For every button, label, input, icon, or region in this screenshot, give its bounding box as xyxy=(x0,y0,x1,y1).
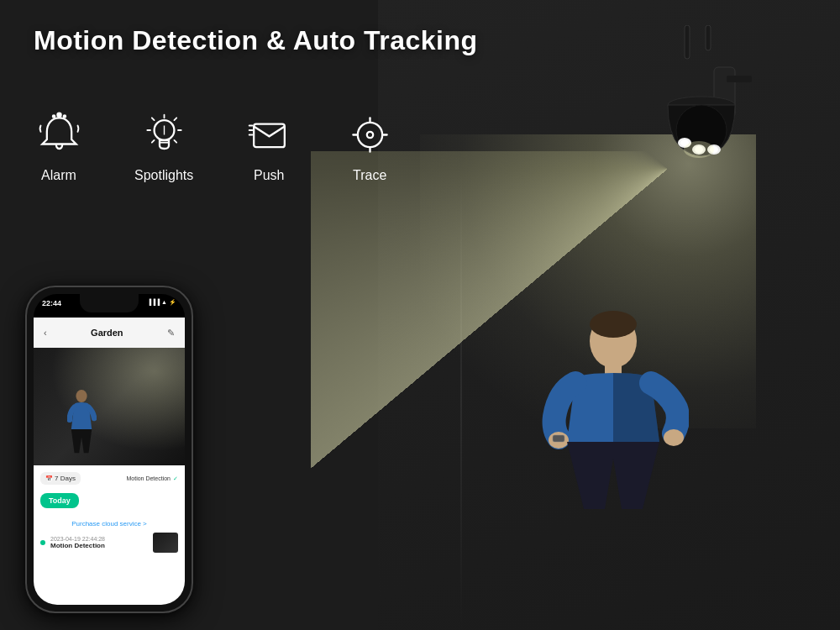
phone-event-thumbnail xyxy=(153,533,178,553)
phone-video-person xyxy=(67,390,97,457)
features-row: Alarm xyxy=(34,109,395,183)
svg-line-6 xyxy=(151,118,154,120)
alarm-label: Alarm xyxy=(41,168,76,183)
phone-event-row: 2023-04-19 22:44:28 Motion Detection xyxy=(40,533,178,553)
phone-screen: 22:44 ▐▐▐ ▲ ⚡ ‹ Garden ✎ xyxy=(34,294,185,605)
svg-point-42 xyxy=(76,390,87,402)
phone-event-dot xyxy=(40,540,45,545)
svg-line-10 xyxy=(151,139,154,142)
phone-edit-button[interactable]: ✎ xyxy=(167,328,175,339)
lightbulb-icon xyxy=(141,112,187,158)
camera-device xyxy=(638,25,773,197)
svg-point-37 xyxy=(590,311,637,338)
svg-point-39 xyxy=(664,429,684,446)
bell-icon xyxy=(36,112,82,158)
svg-point-0 xyxy=(57,113,61,117)
svg-point-35 xyxy=(684,141,714,158)
phone-back-button[interactable]: ‹ xyxy=(44,328,47,338)
svg-rect-41 xyxy=(553,435,564,442)
phone-status-icons: ▐▐▐ ▲ ⚡ xyxy=(147,299,176,306)
phone-detection-label: Motion Detection xyxy=(126,475,171,481)
feature-spotlights: Spotlights xyxy=(134,109,193,183)
svg-point-1 xyxy=(52,115,55,118)
feature-alarm: Alarm xyxy=(34,109,84,183)
svg-rect-23 xyxy=(685,25,690,59)
phone-event-info: 2023-04-19 22:44:28 Motion Detection xyxy=(50,536,148,549)
phone-cloud-link[interactable]: Purchase cloud service > xyxy=(40,520,178,528)
header-section: Motion Detection & Auto Tracking xyxy=(34,25,478,56)
phone-detection-filter: Motion Detection ✓ xyxy=(126,475,178,482)
phone-event-thumb-bg xyxy=(153,533,178,553)
phone-detection-check: ✓ xyxy=(173,475,178,482)
crosshair-icon xyxy=(347,112,393,158)
phone-nav-title: Garden xyxy=(91,328,123,338)
page-title: Motion Detection & Auto Tracking xyxy=(34,25,478,56)
envelope-icon xyxy=(246,112,292,158)
phone-event-label: Motion Detection xyxy=(50,542,148,549)
feature-push: Push xyxy=(244,109,294,183)
svg-rect-24 xyxy=(706,25,711,50)
phone-time: 22:44 xyxy=(42,299,61,307)
phone-mockup: 22:44 ▐▐▐ ▲ ⚡ ‹ Garden ✎ xyxy=(25,286,193,613)
phone-video-light xyxy=(34,348,185,465)
svg-point-18 xyxy=(367,131,373,137)
spotlights-label: Spotlights xyxy=(134,168,193,183)
push-label: Push xyxy=(254,168,284,183)
phone-outer-shell: 22:44 ▐▐▐ ▲ ⚡ ‹ Garden ✎ xyxy=(25,286,193,613)
main-container: Motion Detection & Auto Tracking xyxy=(0,0,840,630)
phone-video-content xyxy=(34,348,185,465)
wall-divider xyxy=(460,168,462,630)
phone-filter-days[interactable]: 📅 7 Days xyxy=(40,472,81,485)
scene-person xyxy=(538,307,689,580)
spotlights-icon-container xyxy=(139,109,189,160)
phone-video-area xyxy=(34,348,185,465)
svg-point-17 xyxy=(358,122,382,146)
phone-filter-row: 📅 7 Days Motion Detection ✓ xyxy=(40,472,178,485)
trace-icon-container xyxy=(344,109,395,160)
phone-event-timestamp: 2023-04-19 22:44:28 xyxy=(50,536,148,542)
feature-trace: Trace xyxy=(344,109,395,183)
svg-line-11 xyxy=(174,139,176,142)
phone-events-section: 📅 7 Days Motion Detection ✓ Today Purcha… xyxy=(34,465,185,605)
camera-svg xyxy=(638,25,773,193)
phone-nav-bar: ‹ Garden ✎ xyxy=(34,318,185,348)
phone-today-button[interactable]: Today xyxy=(40,493,79,508)
push-icon-container xyxy=(244,109,294,160)
trace-label: Trace xyxy=(353,168,386,183)
person-svg xyxy=(538,307,689,576)
svg-rect-26 xyxy=(727,76,752,82)
svg-line-7 xyxy=(174,118,176,120)
svg-point-2 xyxy=(63,115,66,118)
alarm-icon-container xyxy=(34,109,84,160)
phone-notch xyxy=(80,294,139,312)
